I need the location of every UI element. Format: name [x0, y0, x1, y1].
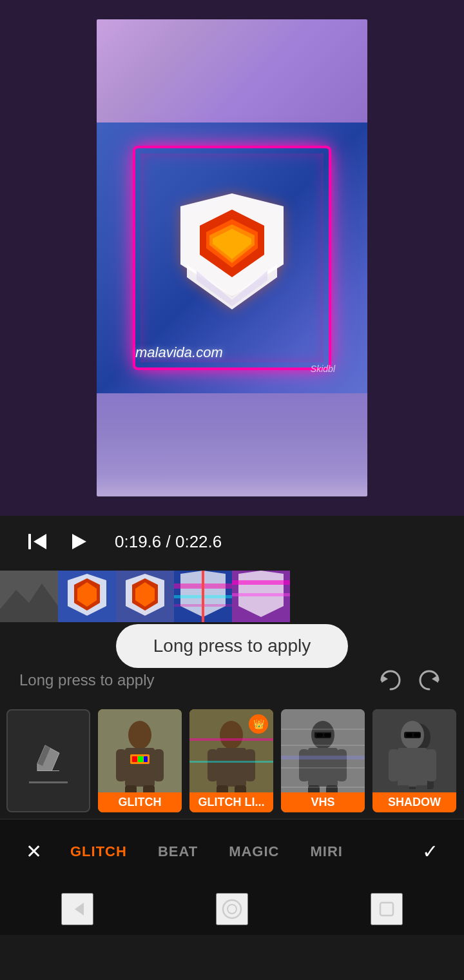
svg-rect-40	[138, 756, 143, 762]
time-display: 0:19.6 / 0:22.6	[115, 532, 222, 552]
svg-marker-82	[75, 903, 84, 916]
android-nav-bar	[0, 883, 464, 935]
svg-rect-25	[232, 593, 290, 596]
svg-rect-64	[314, 732, 331, 733]
svg-rect-85	[380, 903, 393, 916]
tab-mirror[interactable]: MIRI	[295, 837, 358, 867]
thumb-5-icon	[232, 571, 290, 622]
effect-glitch-li[interactable]: 👑 GLITCH LI...	[189, 709, 273, 812]
effect-shadow-label: SHADOW	[372, 792, 456, 812]
svg-rect-65	[316, 733, 323, 737]
long-press-label: Long press to apply	[19, 671, 154, 689]
thumb-2-icon	[58, 571, 116, 622]
video-main-area: malavida.com Skidbl	[97, 122, 367, 393]
redo-button[interactable]	[416, 666, 445, 694]
tab-beat[interactable]: BEAT	[142, 837, 213, 867]
skip-back-icon	[26, 530, 49, 553]
timeline-section: Long press to apply	[0, 567, 464, 625]
eraser-icon-container	[32, 739, 64, 774]
svg-rect-72	[389, 749, 399, 781]
nav-recents-button[interactable]	[371, 893, 403, 925]
svg-rect-44	[217, 748, 246, 787]
effect-glitch[interactable]: GLITCH	[98, 709, 182, 812]
play-button[interactable]	[68, 531, 89, 552]
svg-rect-39	[132, 756, 137, 762]
svg-point-32	[128, 721, 151, 749]
time-sep: /	[161, 532, 175, 551]
skip-back-button[interactable]	[26, 530, 49, 553]
svg-rect-24	[232, 580, 290, 585]
svg-rect-34	[116, 749, 126, 781]
effect-shadow[interactable]: SHADOW	[372, 709, 456, 812]
malavida-logo	[168, 187, 296, 329]
svg-rect-77	[406, 733, 412, 737]
playback-controls: 0:19.6 / 0:22.6	[0, 516, 464, 567]
nav-home-icon	[220, 897, 244, 921]
svg-rect-55	[336, 749, 347, 781]
cancel-button[interactable]: ✕	[13, 834, 55, 869]
timeline-thumb-4	[174, 571, 232, 622]
current-time: 0:19.6	[115, 532, 161, 551]
nav-recents-icon	[375, 897, 398, 921]
svg-rect-45	[208, 749, 218, 781]
effect-vhs-label: VHS	[281, 792, 365, 812]
svg-rect-41	[144, 756, 148, 762]
effect-none[interactable]	[6, 709, 90, 812]
svg-rect-46	[245, 749, 255, 781]
eraser-line	[29, 781, 68, 783]
effect-glitch-li-label: GLITCH LI...	[189, 792, 273, 812]
svg-rect-18	[174, 583, 232, 589]
video-preview: malavida.com Skidbl	[0, 0, 464, 516]
svg-rect-21	[202, 571, 204, 622]
svg-point-43	[220, 721, 243, 749]
svg-rect-71	[398, 748, 427, 787]
svg-rect-62	[281, 756, 365, 760]
timeline-thumb-1	[0, 571, 58, 622]
undo-icon	[375, 666, 403, 694]
redo-icon	[416, 666, 445, 694]
svg-marker-27	[432, 675, 438, 683]
thumb-1-icon	[0, 571, 58, 622]
watermark-text: malavida.com	[135, 344, 223, 361]
script-text: Skidbl	[311, 364, 335, 374]
timeline-thumb-3	[116, 571, 174, 622]
tooltip-text: Long press to apply	[153, 636, 311, 656]
logo-container: malavida.com Skidbl	[148, 161, 316, 355]
svg-point-84	[227, 905, 237, 914]
undo-button[interactable]	[375, 666, 403, 694]
svg-rect-50	[189, 761, 273, 763]
svg-rect-49	[189, 738, 273, 741]
svg-rect-61	[281, 787, 365, 788]
svg-rect-59	[281, 745, 365, 746]
nav-back-icon	[66, 897, 89, 921]
confirm-button[interactable]: ✓	[409, 834, 451, 869]
svg-rect-60	[281, 767, 365, 769]
nav-back-button[interactable]	[61, 893, 93, 925]
svg-rect-66	[324, 733, 331, 737]
svg-rect-54	[299, 749, 309, 781]
svg-rect-19	[174, 595, 232, 598]
timeline-strip[interactable]	[0, 567, 464, 625]
effect-glitch-label: GLITCH	[98, 792, 182, 812]
effect-vhs[interactable]: VHS	[281, 709, 365, 812]
svg-marker-5	[72, 534, 86, 549]
svg-rect-33	[125, 748, 155, 787]
crown-badge: 👑	[249, 714, 268, 734]
svg-rect-35	[153, 749, 164, 781]
timeline-thumb-5	[232, 571, 290, 622]
svg-rect-73	[426, 749, 436, 781]
play-icon	[68, 531, 89, 552]
tab-magic[interactable]: MAGIC	[213, 837, 295, 867]
undo-redo-group	[375, 666, 445, 694]
svg-rect-58	[281, 729, 365, 730]
tooltip-bubble: Long press to apply	[116, 624, 348, 668]
nav-home-button[interactable]	[216, 893, 248, 925]
thumb-3-icon	[116, 571, 174, 622]
eraser-icon	[32, 739, 64, 771]
video-frame: malavida.com Skidbl	[97, 19, 367, 496]
total-time: 0:22.6	[175, 532, 222, 551]
tab-glitch[interactable]: GLITCH	[55, 837, 142, 867]
svg-rect-3	[28, 534, 31, 549]
svg-rect-78	[414, 733, 420, 737]
video-top-bg	[97, 19, 367, 122]
